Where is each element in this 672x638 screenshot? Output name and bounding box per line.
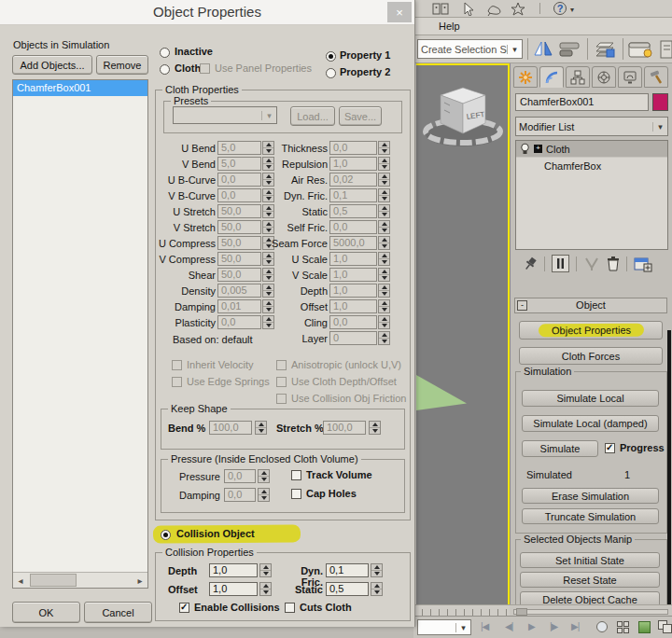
cancel-button[interactable]: Cancel [84, 602, 152, 623]
save-button[interactable]: Save... [339, 106, 382, 126]
tab-motion[interactable] [592, 66, 616, 88]
load-button[interactable]: Load... [290, 106, 335, 126]
select-by-name-icon[interactable] [432, 3, 449, 16]
select-object-icon[interactable] [462, 2, 477, 16]
spinner[interactable] [255, 421, 267, 435]
remove-modifier-icon[interactable] [606, 256, 621, 272]
close-button[interactable]: × [387, 2, 412, 22]
object-name-field[interactable]: ChamferBox001 [515, 93, 649, 111]
shapes-star-icon[interactable] [511, 2, 525, 16]
spinner[interactable] [258, 469, 270, 483]
param-field[interactable]: 1,0 [329, 252, 377, 266]
show-end-result-toggle[interactable] [552, 255, 569, 272]
param-field[interactable]: 50,0 [217, 252, 261, 266]
help-icon[interactable]: ? [553, 2, 567, 15]
clipped-toolbar-icon[interactable] [660, 39, 672, 60]
param-field[interactable]: 1,0 [329, 268, 377, 282]
tab-create[interactable] [513, 66, 538, 88]
scroll-right-icon[interactable]: ▸ [133, 576, 147, 586]
lightbulb-icon[interactable] [520, 143, 530, 155]
cloth-radio[interactable] [160, 64, 170, 75]
remove-button[interactable]: Remove [96, 55, 148, 75]
property1-radio[interactable] [326, 51, 336, 62]
add-objects-button[interactable]: Add Objects... [12, 55, 92, 75]
spinner[interactable] [378, 220, 390, 234]
param-field[interactable]: 0,005 [217, 284, 261, 298]
spinner[interactable] [378, 252, 390, 266]
stretch-pct-field[interactable]: 100,0 [323, 421, 366, 435]
spinner[interactable] [369, 421, 381, 435]
object-color-swatch[interactable] [652, 93, 668, 111]
spinner[interactable] [378, 284, 390, 298]
ok-button[interactable]: OK [12, 602, 80, 623]
param-field[interactable]: 0,01 [217, 299, 261, 313]
param-field[interactable]: 50,0 [217, 220, 261, 234]
zoom-extents-icon[interactable] [617, 621, 629, 633]
param-field[interactable]: 0,1 [329, 188, 377, 202]
spinner[interactable] [378, 157, 390, 171]
bend-pct-field[interactable]: 100,0 [209, 421, 252, 435]
simulate-local-button[interactable]: Simulate Local [522, 390, 659, 407]
param-field[interactable]: 0,0 [329, 220, 377, 234]
simulate-local-damped-button[interactable]: Simulate Local (damped) [522, 415, 659, 432]
select-region-icon[interactable] [486, 3, 503, 16]
pin-stack-icon[interactable] [522, 257, 539, 272]
combo-arrow-icon[interactable]: ▾ [507, 45, 522, 54]
param-field[interactable]: 1,0 [329, 299, 377, 313]
align-icon[interactable] [559, 41, 581, 58]
simulation-objects-list[interactable]: ChamferBox001 ◂ ▸ [12, 79, 148, 589]
param-field[interactable]: 0 [329, 331, 377, 345]
param-field[interactable]: 0,0 [217, 188, 261, 202]
param-field[interactable]: 0,02 [329, 173, 377, 187]
zoom-extents-selected-icon[interactable] [638, 621, 651, 633]
spinner[interactable] [378, 268, 390, 282]
param-field[interactable]: 50,0 [217, 236, 261, 250]
cloth-forces-button[interactable]: Cloth Forces [519, 347, 663, 365]
pressure-damping-field[interactable]: 0,0 [224, 488, 256, 502]
set-initial-state-button[interactable]: Set Initial State [520, 552, 660, 568]
param-field[interactable]: 0,5 [329, 204, 377, 218]
spinner[interactable] [378, 173, 390, 187]
presets-dropdown[interactable]: ▾ [173, 106, 277, 124]
go-to-start-button[interactable]: |◀ [481, 621, 488, 631]
help-dropdown-arrow-icon[interactable]: ▾ [570, 6, 574, 14]
collapse-icon[interactable]: - [517, 300, 527, 311]
scroll-left-icon[interactable]: ◂ [13, 576, 28, 586]
param-field[interactable]: 0,0 [329, 315, 377, 329]
list-item-selected[interactable]: ChamferBox001 [13, 80, 147, 96]
param-field[interactable]: 5,0 [217, 157, 261, 171]
mirror-icon[interactable] [533, 40, 553, 58]
dialog-titlebar[interactable]: Object Properties × [0, 0, 414, 25]
scroll-thumb[interactable] [30, 574, 77, 587]
option-checkbox[interactable] [276, 394, 287, 404]
erase-simulation-button[interactable]: Erase Simulation [522, 488, 659, 504]
menu-help[interactable]: Help [439, 21, 460, 32]
viewport[interactable]: LEFT [416, 63, 510, 604]
expand-icon[interactable]: + [534, 145, 542, 153]
enable-collisions-checkbox[interactable] [179, 603, 189, 613]
collision-offset-field[interactable]: 1,0 [209, 582, 258, 596]
tab-hierarchy[interactable] [566, 66, 590, 88]
spinner[interactable] [371, 582, 383, 596]
stack-row-chamferbox[interactable]: ChamferBox [516, 157, 667, 173]
param-field[interactable]: 0,0 [217, 315, 261, 329]
maximize-viewport-toggle-icon[interactable] [658, 620, 672, 633]
tab-modify[interactable] [539, 66, 564, 88]
inactive-radio[interactable] [160, 48, 170, 58]
spinner[interactable] [378, 299, 390, 313]
layer-manager-icon[interactable] [595, 39, 617, 59]
next-frame-button[interactable]: |▶ [550, 621, 557, 631]
spinner[interactable] [378, 236, 390, 250]
param-field[interactable]: 0,0 [217, 173, 261, 187]
collision-object-radio[interactable] [161, 530, 171, 540]
use-panel-properties-checkbox[interactable] [200, 63, 210, 74]
tab-display[interactable] [618, 66, 642, 88]
reset-state-button[interactable]: Reset State [520, 572, 660, 588]
spinner[interactable] [259, 563, 272, 577]
stack-row-cloth[interactable]: + Cloth [516, 141, 667, 157]
cap-holes-checkbox[interactable] [291, 489, 301, 499]
option-checkbox[interactable] [276, 377, 287, 387]
key-mode-toggle-icon[interactable] [596, 621, 608, 632]
panel-scrollbar[interactable] [667, 330, 671, 610]
keyframe-filter-combo[interactable]: ▾ [417, 619, 471, 635]
